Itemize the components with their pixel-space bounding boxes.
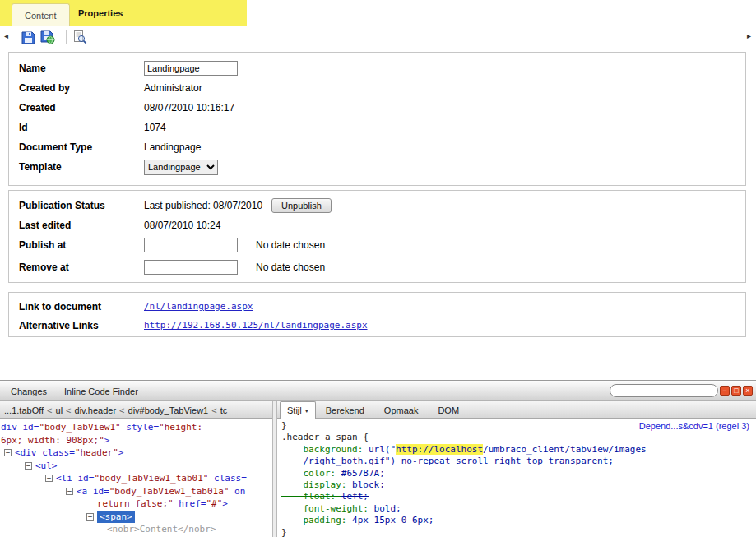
html-tree-line[interactable]: −<a id="body_TabView1_tab01a" on [0,485,272,498]
breadcrumb-separator: < [65,405,72,415]
css-declaration-line[interactable]: /right_both.gif") no-repeat scroll right… [281,456,756,467]
stylesheet-source-link[interactable]: Depend...s&cdv=1 (regel 3) [639,421,749,431]
breadcrumb-item[interactable]: div.header [72,405,119,415]
name-input[interactable] [144,61,238,76]
breadcrumb-separator: < [46,405,53,415]
links-section: Link to document /nl/landingpage.aspx Al… [8,292,746,337]
unpublish-button[interactable]: Unpublish [271,198,332,213]
tab-berekend[interactable]: Berekend [316,401,374,419]
publish-at-note: No date chosen [256,239,325,251]
document-type-label: Document Type [19,141,144,153]
devtools-search-input[interactable] [610,384,718,397]
html-tree-line-selected[interactable]: −<span> [0,511,272,524]
tab-dom[interactable]: DOM [428,401,469,419]
remove-at-row: Remove at No date chosen [9,257,745,277]
created-by-value: Administrator [144,82,202,94]
css-style-panel: Depend...s&cdv=1 (regel 3) } .header a s… [277,419,756,537]
toolbar-scroll-left-icon[interactable]: ◂ [4,31,8,40]
save-button[interactable] [20,29,36,45]
minimize-icon[interactable]: − [720,386,730,396]
toolbar: ◂ [0,26,756,48]
style-panel-tabs: Stijl ▾ Berekend Opmaak DOM [280,401,469,419]
name-row: Name [9,58,745,78]
alternative-links-row: Alternative Links http://192.168.50.125/… [9,316,745,335]
html-tree-panel: div id="body_TabView1" style="height: 6p… [0,419,272,537]
collapse-icon[interactable]: − [4,449,12,456]
preview-document-icon [72,30,87,44]
tab-properties-label: Properties [78,8,123,18]
close-icon[interactable]: × [743,386,753,396]
link-to-document-label: Link to document [19,301,144,312]
template-label: Template [19,161,144,173]
restore-window-icon[interactable]: □ [731,386,741,396]
publication-status-row: Publication Status Last published: 08/07… [9,196,745,215]
preview-button[interactable] [72,29,88,45]
breadcrumb-separator: < [118,405,125,415]
css-declaration-line[interactable]: padding: 4px 15px 0 6px; [281,515,756,526]
html-tree-line[interactable]: div id="body_TabView1" style="height: [0,421,272,434]
devtools-toolbar: Changes Inline Code Finder − □ × [0,381,756,401]
remove-at-label: Remove at [19,262,144,273]
html-tree-line[interactable]: −<li id="body_TabView1_tab01" class= [0,472,272,485]
template-select[interactable]: Landingpage [144,160,218,175]
html-tree-line[interactable]: 6px; width: 908px;"> [0,434,272,447]
breadcrumb-item[interactable]: div#body_TabView1 [126,405,211,415]
css-selector-line[interactable]: .header a span { [281,432,756,443]
html-tree-line[interactable]: return false;" href="#"> [0,498,272,511]
tab-properties[interactable]: Properties [78,0,123,26]
devtools-tab-changes[interactable]: Changes [11,381,47,401]
chevron-down-icon: ▾ [305,407,308,414]
css-line[interactable]: } [281,527,756,537]
tab-opmaak[interactable]: Opmaak [374,401,429,419]
link-to-document-row: Link to document /nl/landingpage.aspx [9,297,745,316]
tab-stijl[interactable]: Stijl ▾ [280,401,316,419]
collapse-icon[interactable]: − [45,475,53,482]
css-declaration-line[interactable]: color: #65787A; [281,468,756,479]
created-value: 08/07/2010 10:16:17 [144,102,234,113]
publish-at-label: Publish at [19,239,144,251]
last-edited-label: Last edited [19,220,144,231]
breadcrumb-item[interactable]: ...1.tabOff [2,405,46,415]
breadcrumb: ...1.tabOff < ul < div.header < div#body… [2,401,271,419]
publish-at-input[interactable] [144,238,238,252]
document-type-value: Landingpage [144,141,201,153]
save-floppy-icon [21,30,35,44]
remove-at-input[interactable] [144,260,238,275]
css-declaration-line[interactable]: background: url("http://localhost/umbrac… [281,444,756,456]
devtools-secondary-bar: ...1.tabOff < ul < div.header < div#body… [0,401,756,419]
id-label: Id [19,122,144,133]
tab-content[interactable]: Content [12,3,70,26]
created-row: Created 08/07/2010 10:16:17 [9,98,745,118]
css-declaration-line-disabled[interactable]: float: left; [281,491,756,502]
name-label: Name [19,62,144,74]
html-tree-line[interactable]: −<div class="header"> [0,447,272,460]
document-type-row: Document Type Landingpage [9,137,745,157]
template-row: Template Landingpage [9,157,745,177]
save-and-publish-button[interactable] [39,29,56,45]
html-tree-line[interactable]: <nobr>Content</nobr> [0,523,272,536]
publication-status-value: Last published: 08/07/2010 [144,200,265,211]
created-by-label: Created by [19,82,144,94]
css-declaration-line[interactable]: display: block; [281,479,756,491]
id-value: 1074 [144,122,166,133]
breadcrumb-item[interactable]: tc [218,405,230,415]
collapse-icon[interactable]: − [86,513,94,521]
remove-at-note: No date chosen [256,262,325,273]
publication-status-label: Publication Status [19,200,144,211]
toolbar-scroll-right-icon[interactable]: ▸ [747,31,751,40]
devtools-tab-inline-code-finder[interactable]: Inline Code Finder [64,381,138,401]
html-tree-line[interactable]: −<ul> [0,460,272,473]
last-edited-value: 08/07/2010 10:24 [144,220,220,231]
collapse-icon[interactable]: − [66,488,73,495]
document-link[interactable]: /nl/landingpage.aspx [144,301,253,312]
collapse-icon[interactable]: − [25,462,32,470]
breadcrumb-item[interactable]: ul [53,405,66,415]
last-edited-row: Last edited 08/07/2010 10:24 [9,215,745,235]
publication-section: Publication Status Last published: 08/07… [8,190,746,283]
css-declaration-line[interactable]: font-weight: bold; [281,503,756,515]
alternative-link[interactable]: http://192.168.50.125/nl/landingpage.asp… [144,320,368,331]
devtools-panel: Changes Inline Code Finder − □ × ...1.ta… [0,380,756,537]
tab-content-label: Content [25,11,57,21]
publish-at-row: Publish at No date chosen [9,235,745,255]
breadcrumb-separator: < [211,405,217,415]
